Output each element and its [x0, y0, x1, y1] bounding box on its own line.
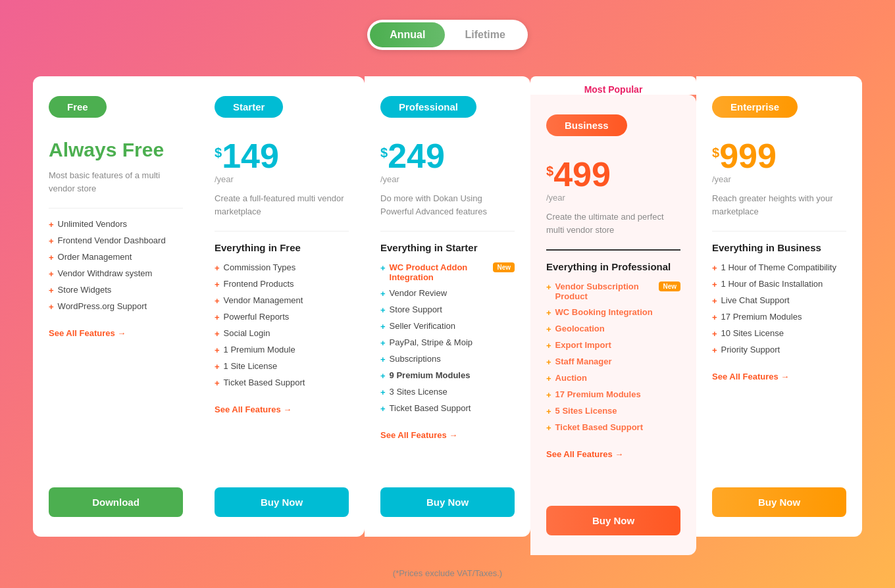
features-title-starter: Everything in Free — [215, 242, 349, 253]
list-item: +1 Premium Module — [215, 345, 349, 355]
see-all-business[interactable]: See All Features → — [546, 449, 680, 459]
feature-text: Commission Types — [224, 262, 296, 272]
plan-badge-starter: Starter — [215, 96, 283, 118]
plus-icon: + — [712, 280, 717, 289]
cta-button-enterprise[interactable]: Buy Now — [712, 487, 846, 517]
plan-wrapper-starter: Starter$149/yearCreate a full-featured m… — [199, 76, 365, 537]
plus-icon: + — [49, 220, 54, 230]
see-all-enterprise[interactable]: See All Features → — [712, 372, 846, 381]
plan-desc-professional: Do more with Dokan Using Powerful Advanc… — [380, 192, 515, 218]
plus-icon: + — [546, 324, 551, 334]
list-item: +Export Import — [546, 340, 680, 351]
most-popular-badge: Most Popular — [530, 76, 696, 95]
plan-badge-business: Business — [546, 114, 627, 136]
cta-button-free[interactable]: Download — [49, 487, 183, 517]
list-item: +Frontend Products — [215, 279, 349, 289]
list-item: +Vendor Withdraw system — [49, 268, 183, 279]
feature-text: Vendor Subscription Product — [555, 282, 653, 301]
footer-note: (*Prices exclude VAT/Taxes.) — [33, 568, 862, 578]
plan-desc-enterprise: Reach greater heights with your marketpl… — [712, 192, 846, 218]
plan-desc-business: Create the ultimate and perfect multi ve… — [546, 210, 680, 236]
plus-icon: + — [215, 378, 220, 388]
list-item: +Vendor Subscription ProductNew — [546, 282, 680, 301]
feature-text: Powerful Reports — [224, 312, 290, 322]
cta-button-professional[interactable]: Buy Now — [380, 487, 515, 517]
plus-icon: + — [380, 371, 386, 381]
feature-text: Frontend Vendor Dashboard — [58, 235, 166, 245]
plus-icon: + — [49, 302, 54, 312]
plus-icon: + — [712, 329, 717, 339]
feature-list-professional: +WC Product Addon IntegrationNew+Vendor … — [380, 262, 515, 420]
feature-text: Unlimited Vendors — [58, 219, 128, 229]
feature-text: Staff Manager — [555, 356, 612, 366]
feature-text: PayPal, Stripe & Moip — [390, 337, 473, 347]
plus-icon: + — [49, 269, 54, 279]
plan-wrapper-professional: Professional$249/yearDo more with Dokan … — [365, 76, 530, 537]
feature-text: 9 Premium Modules — [390, 370, 471, 380]
feature-text: Order Management — [58, 252, 132, 262]
list-item: +Ticket Based Support — [380, 403, 515, 414]
list-item: +Order Management — [49, 252, 183, 262]
plus-icon: + — [380, 289, 386, 299]
plans-row: FreeAlways FreeMost basic features of a … — [33, 76, 862, 555]
see-all-free[interactable]: See All Features → — [49, 328, 183, 338]
list-item: +Geolocation — [546, 324, 680, 334]
feature-text: Frontend Products — [224, 279, 294, 289]
feature-text: Social Login — [224, 328, 270, 338]
feature-text: Geolocation — [555, 324, 605, 333]
list-item: +Social Login — [215, 328, 349, 339]
lifetime-toggle[interactable]: Lifetime — [445, 22, 524, 47]
list-item: +Unlimited Vendors — [49, 219, 183, 230]
plan-price-enterprise: $999 — [712, 139, 846, 173]
plan-card-starter: Starter$149/yearCreate a full-featured m… — [199, 76, 365, 537]
feature-text: 1 Hour of Basic Installation — [721, 279, 823, 289]
plan-year-business: /year — [546, 193, 680, 203]
plus-icon: + — [215, 345, 220, 355]
feature-list-enterprise: +1 Hour of Theme Compatibility+1 Hour of… — [712, 262, 846, 361]
list-item: +WordPress.org Support — [49, 301, 183, 312]
cta-button-starter[interactable]: Buy Now — [215, 487, 349, 517]
plus-icon: + — [546, 341, 551, 351]
see-all-starter[interactable]: See All Features → — [215, 404, 349, 414]
feature-text: Vendor Review — [390, 288, 447, 298]
list-item: +Auction — [546, 373, 680, 383]
toggle-pill: Annual Lifetime — [367, 20, 528, 50]
feature-text: Auction — [555, 373, 587, 383]
plus-icon: + — [546, 308, 551, 318]
plan-wrapper-business: Most PopularBusiness$499/yearCreate the … — [530, 76, 696, 555]
feature-list-starter: +Commission Types+Frontend Products+Vend… — [215, 262, 349, 394]
see-all-professional[interactable]: See All Features → — [380, 430, 515, 440]
features-title-business: Everything in Professional — [546, 261, 680, 272]
feature-list-free: +Unlimited Vendors+Frontend Vendor Dashb… — [49, 219, 183, 318]
plus-icon: + — [546, 390, 551, 400]
annual-toggle[interactable]: Annual — [370, 22, 445, 47]
list-item: +Subscriptions — [380, 354, 515, 364]
plan-desc-free: Most basic features of a multi vendor st… — [49, 169, 183, 195]
plan-price-free: Always Free — [49, 139, 183, 161]
plan-badge-free: Free — [49, 96, 107, 118]
list-item: +17 Premium Modules — [546, 389, 680, 400]
feature-text: Ticket Based Support — [555, 422, 643, 432]
feature-text: Export Import — [555, 340, 611, 350]
plus-icon: + — [215, 280, 220, 289]
list-item: +1 Site License — [215, 361, 349, 372]
plus-icon: + — [215, 296, 220, 306]
cta-button-business[interactable]: Buy Now — [546, 506, 680, 535]
list-item: +WC Product Addon IntegrationNew — [380, 262, 515, 282]
billing-toggle: Annual Lifetime — [13, 20, 882, 50]
plan-price-professional: $249 — [380, 139, 515, 173]
plus-icon: + — [712, 296, 717, 306]
feature-text: Vendor Withdraw system — [58, 268, 153, 278]
feature-text: WC Product Addon Integration — [390, 262, 487, 282]
plan-wrapper-free: FreeAlways FreeMost basic features of a … — [33, 76, 199, 537]
feature-text: Store Widgets — [58, 285, 112, 295]
plus-icon: + — [380, 387, 386, 397]
plus-icon: + — [49, 253, 54, 262]
plan-card-business: Business$499/yearCreate the ultimate and… — [530, 95, 696, 555]
list-item: +Vendor Management — [215, 295, 349, 306]
feature-text: Priority Support — [721, 345, 780, 355]
feature-text: Vendor Management — [224, 295, 303, 305]
plus-icon: + — [215, 329, 220, 339]
plus-icon: + — [215, 263, 220, 273]
plan-year-starter: /year — [215, 174, 349, 184]
